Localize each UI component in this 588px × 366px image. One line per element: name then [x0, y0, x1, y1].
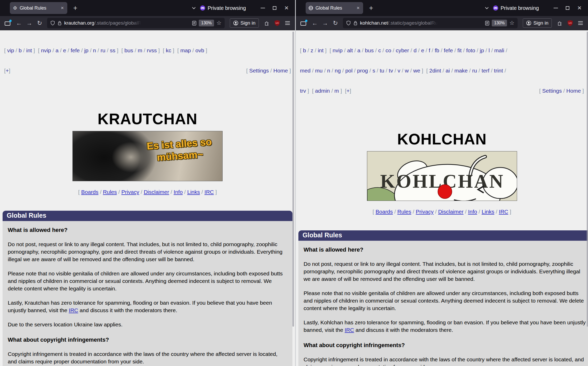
link-trint[interactable]: trint — [494, 68, 503, 74]
ublock-origin-icon[interactable]: UO — [566, 19, 575, 27]
link-Links[interactable]: Links — [482, 209, 494, 215]
link-map[interactable]: map — [180, 47, 191, 53]
firefox-view-icon[interactable] — [300, 20, 307, 26]
link-fefe[interactable]: fefe — [71, 47, 80, 53]
link-e[interactable]: e — [421, 47, 424, 53]
link-int[interactable]: int — [318, 47, 324, 53]
link-tu[interactable]: tu — [380, 68, 384, 74]
irc-link[interactable]: IRC — [69, 307, 78, 313]
link-s[interactable]: s — [372, 68, 375, 74]
scrollbar[interactable] — [292, 32, 294, 327]
link-fefe[interactable]: fefe — [444, 47, 453, 53]
link-m[interactable]: m — [138, 47, 142, 53]
list-all-tabs-chevron-icon[interactable] — [485, 7, 489, 9]
link-kc[interactable]: kc — [166, 47, 171, 53]
link-jp[interactable]: jp — [480, 47, 484, 53]
link-rvss[interactable]: rvss — [147, 47, 157, 53]
minimize-button[interactable] — [257, 2, 269, 14]
link-pol[interactable]: pol — [345, 68, 352, 74]
forward-button[interactable]: → — [25, 19, 34, 27]
sign-in-button[interactable]: Sign in — [230, 18, 259, 28]
extensions-puzzle-icon[interactable] — [262, 19, 271, 27]
list-all-tabs-chevron-icon[interactable] — [192, 7, 196, 9]
link-b[interactable]: b — [19, 47, 22, 53]
link-Links[interactable]: Links — [187, 189, 200, 195]
link-alt[interactable]: alt — [347, 47, 353, 53]
reload-button[interactable]: ↻ — [331, 19, 340, 27]
link-bus[interactable]: bus — [124, 47, 133, 53]
forward-button[interactable]: → — [321, 19, 329, 27]
link-bus[interactable]: bus — [365, 47, 374, 53]
zoom-level-badge[interactable]: 130% — [492, 20, 507, 26]
link-+[interactable]: + — [6, 68, 9, 74]
menu-hamburger-icon[interactable] — [283, 19, 292, 27]
link-ru[interactable]: ru — [101, 47, 106, 53]
link-Settings[interactable]: Settings — [249, 68, 269, 74]
minimize-button[interactable] — [550, 2, 562, 14]
link-ovb[interactable]: ovb — [195, 47, 204, 53]
link-vip[interactable]: vip — [7, 47, 14, 53]
link-a[interactable]: a — [56, 47, 59, 53]
link-Boards[interactable]: Boards — [81, 189, 99, 195]
new-tab-button[interactable]: + — [367, 4, 376, 12]
zoom-level-badge[interactable]: 130% — [199, 20, 214, 26]
link-mali[interactable]: mali — [494, 47, 504, 53]
link-admin[interactable]: admin — [315, 88, 330, 94]
irc-link[interactable]: IRC — [345, 327, 354, 333]
link-make[interactable]: make — [454, 68, 468, 74]
link-e[interactable]: e — [63, 47, 66, 53]
link-Disclaimer[interactable]: Disclaimer — [438, 209, 464, 215]
link-d[interactable]: d — [414, 47, 417, 53]
link-v[interactable]: v — [398, 68, 400, 74]
link-2dint[interactable]: 2dint — [429, 68, 441, 74]
reload-button[interactable]: ↻ — [35, 19, 44, 27]
tab-close-icon[interactable]: ✕ — [356, 6, 361, 10]
link-Info[interactable]: Info — [468, 209, 477, 215]
link-ss[interactable]: ss — [110, 47, 115, 53]
link-fb[interactable]: fb — [435, 47, 439, 53]
link-ru[interactable]: ru — [472, 68, 477, 74]
tab-global-rules[interactable]: ✠ Global Rules ✕ — [10, 2, 67, 14]
new-tab-button[interactable]: + — [71, 4, 80, 12]
window-close-button[interactable]: ✕ — [281, 2, 292, 14]
link-prog[interactable]: prog — [357, 68, 368, 74]
scrollbar[interactable] — [587, 32, 588, 327]
link-n[interactable]: n — [93, 47, 96, 53]
link-a[interactable]: a — [357, 47, 361, 53]
link-nvip[interactable]: nvip — [333, 47, 343, 53]
link-Home[interactable]: Home — [566, 88, 581, 94]
link-Home[interactable]: Home — [273, 68, 288, 74]
link-IRC[interactable]: IRC — [499, 209, 508, 215]
maximize-button[interactable] — [562, 2, 574, 14]
url-bar[interactable]: krautchan.org/.static/pages/globalR 130%… — [47, 18, 225, 28]
extensions-puzzle-icon[interactable] — [555, 19, 564, 27]
sign-in-button[interactable]: Sign in — [523, 18, 552, 28]
link-Boards[interactable]: Boards — [376, 209, 393, 215]
tab-close-icon[interactable]: ✕ — [60, 6, 65, 10]
back-button[interactable]: ← — [14, 19, 23, 27]
link-fit[interactable]: fit — [457, 47, 461, 53]
link-Disclaimer[interactable]: Disclaimer — [144, 189, 169, 195]
link-IRC[interactable]: IRC — [204, 189, 214, 195]
link-Info[interactable]: Info — [174, 189, 183, 195]
link-co[interactable]: co — [385, 47, 391, 53]
link-w[interactable]: w — [405, 68, 409, 74]
link-foto[interactable]: foto — [466, 47, 475, 53]
link-c[interactable]: c — [378, 47, 381, 53]
ublock-origin-icon[interactable]: UO — [273, 19, 282, 27]
link-ai[interactable]: ai — [446, 68, 450, 74]
link-Rules[interactable]: Rules — [397, 209, 411, 215]
link-Privacy[interactable]: Privacy — [121, 189, 139, 195]
reader-view-icon[interactable] — [192, 21, 196, 26]
link-ng[interactable]: ng — [335, 68, 341, 74]
maximize-button[interactable] — [269, 2, 281, 14]
link-jp[interactable]: jp — [84, 47, 88, 53]
tab-global-rules[interactable]: Global Rules ✕ — [306, 2, 363, 14]
link-cyber[interactable]: cyber — [396, 47, 409, 53]
firefox-view-icon[interactable] — [5, 20, 11, 26]
back-button[interactable]: ← — [310, 19, 319, 27]
link-trv[interactable]: trv — [300, 88, 306, 94]
link-int[interactable]: int — [26, 47, 32, 53]
link-z[interactable]: z — [311, 47, 313, 53]
bookmark-star-icon[interactable]: ☆ — [216, 20, 222, 26]
